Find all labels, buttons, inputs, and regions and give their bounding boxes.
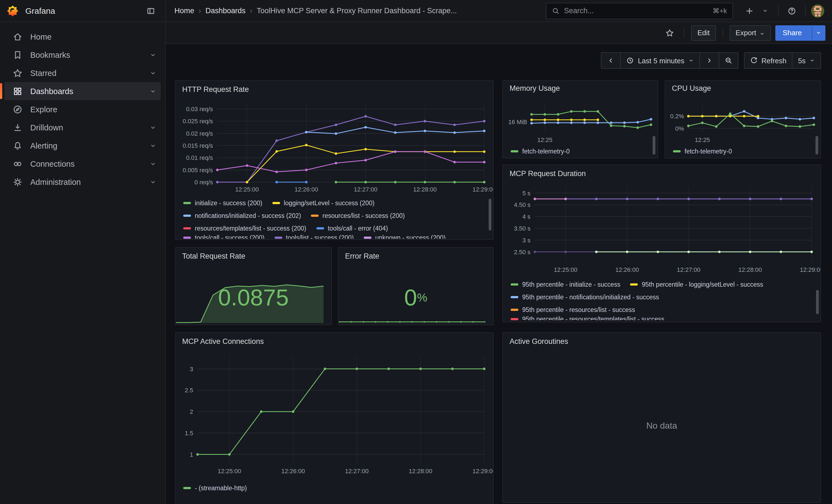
memory-usage-chart[interactable]: 16 MiB12:25 (503, 95, 657, 145)
legend-item[interactable]: tools/call - success (200) (183, 234, 264, 239)
dashboard-toolbar: Edit Export Share (166, 22, 832, 44)
legend-scrollbar[interactable] (815, 136, 818, 155)
legend-scrollbar[interactable] (653, 136, 655, 155)
legend-swatch (511, 283, 518, 285)
sidebar-item-drilldown[interactable]: Drilldown (4, 118, 161, 136)
legend-swatch (511, 150, 518, 152)
http-request-rate-chart[interactable]: 0 req/s0.005 req/s0.01 req/s0.015 req/s0… (176, 97, 493, 196)
legend-item[interactable]: tools/list - success (200) (274, 234, 354, 239)
refresh-interval-button[interactable]: 5s (792, 53, 821, 68)
time-back-button[interactable] (601, 53, 621, 68)
panel-title[interactable]: Memory Usage (503, 81, 657, 95)
mcp-request-duration-chart[interactable]: 2.50 s3 s3.50 s4 s4.50 s5 s12:25:0012:26… (503, 182, 821, 278)
panel-title[interactable]: Active Goroutines (503, 333, 821, 349)
chevron-down-icon[interactable] (150, 124, 156, 131)
svg-text:12:25: 12:25 (537, 136, 552, 143)
svg-text:12:26:00: 12:26:00 (616, 266, 639, 273)
divider (778, 6, 779, 16)
home-icon (12, 32, 23, 42)
gear-icon (12, 177, 23, 187)
panel-title[interactable]: MCP Request Duration (503, 165, 821, 182)
sidebar-item-starred[interactable]: Starred (4, 64, 161, 82)
sidebar-item-label: Explore (30, 105, 156, 114)
legend-item[interactable]: unknown - success (200) (364, 234, 446, 239)
legend-scrollbar[interactable] (489, 198, 491, 231)
chevron-down-icon[interactable] (150, 142, 156, 149)
breadcrumb-dashboards[interactable]: Dashboards (206, 7, 246, 15)
share-button[interactable]: Share (776, 25, 825, 41)
chevron-down-icon[interactable] (150, 160, 156, 167)
chevron-down-icon[interactable] (812, 26, 825, 40)
legend-item[interactable]: - (streamable-http) (183, 484, 247, 491)
svg-text:12:29:00: 12:29:00 (472, 468, 493, 475)
legend-label: fetch-telemetry-0 (522, 148, 570, 154)
legend-item[interactable]: 95th percentile - initialize - success (511, 281, 620, 288)
panel-title[interactable]: HTTP Request Rate (176, 81, 493, 97)
compass-icon (12, 104, 23, 114)
search-icon (552, 7, 560, 15)
legend-item[interactable]: 95th percentile - logging/setLevel - suc… (630, 281, 763, 288)
legend-swatch (673, 150, 681, 152)
legend-item[interactable]: notifications/initialized - success (202… (183, 212, 301, 219)
chevron-down-icon[interactable] (150, 51, 156, 58)
star-dashboard-icon[interactable] (662, 25, 678, 41)
svg-text:12:25: 12:25 (695, 136, 710, 143)
legend-item[interactable]: resources/list - success (200) (311, 212, 405, 219)
panel-title[interactable]: MCP Active Connections (176, 333, 493, 349)
bell-icon (12, 140, 23, 151)
chevron-down-icon (760, 30, 765, 35)
panel-title[interactable]: Error Rate (338, 247, 493, 264)
memory-legend: fetch-telemetry-0 (503, 145, 657, 158)
plus-icon[interactable] (742, 3, 757, 19)
legend-item[interactable]: 95th percentile - resources/templates/li… (511, 316, 664, 320)
export-button[interactable]: Export (729, 25, 771, 41)
legend-item[interactable]: fetch-telemetry-0 (673, 148, 732, 154)
time-forward-button[interactable] (700, 53, 719, 68)
legend-item[interactable]: initialize - success (200) (183, 200, 262, 206)
search-box[interactable]: ⌘+k (546, 2, 733, 19)
svg-text:12:27:00: 12:27:00 (677, 266, 701, 273)
legend-item[interactable]: fetch-telemetry-0 (511, 148, 570, 154)
legend-label: 95th percentile - resources/templates/li… (522, 316, 664, 320)
grafana-app: Grafana Home › Dashboards › ToolHive MCP… (0, 0, 832, 504)
cpu-usage-chart[interactable]: 0%0.2%12:25 (665, 95, 821, 145)
new-button[interactable] (742, 3, 773, 19)
divider (805, 6, 806, 16)
sidebar-item-connections[interactable]: Connections (4, 155, 161, 173)
legend-scrollbar[interactable] (816, 290, 819, 314)
legend-item[interactable]: 95th percentile - resources/list - succe… (511, 306, 635, 313)
chevron-down-icon[interactable] (150, 179, 156, 185)
panel-title[interactable]: CPU Usage (665, 81, 821, 95)
time-range-button[interactable]: Last 5 minutes (621, 53, 700, 68)
sidebar-item-explore[interactable]: Explore (4, 100, 161, 118)
search-input[interactable] (564, 7, 708, 15)
legend-item[interactable]: tools/call - error (404) (316, 225, 388, 231)
chevron-down-icon[interactable] (757, 3, 773, 19)
sidebar-item-alerting[interactable]: Alerting (4, 136, 161, 155)
panel-error-rate: Error Rate 0% (338, 247, 494, 325)
edit-button[interactable]: Edit (692, 25, 716, 41)
sidebar-item-home[interactable]: Home (4, 27, 161, 46)
mcp-active-connections-chart[interactable]: 11.522.5312:25:0012:26:0012:27:0012:28:0… (176, 349, 493, 481)
sidebar-item-dashboards[interactable]: Dashboards (4, 82, 161, 100)
chevron-down-icon[interactable] (150, 70, 156, 76)
breadcrumb-home[interactable]: Home (175, 7, 194, 15)
legend-label: 95th percentile - initialize - success (522, 281, 620, 288)
dock-menu-icon[interactable] (143, 3, 158, 19)
sidebar-item-administration[interactable]: Administration (4, 173, 161, 191)
sidebar-item-label: Bookmarks (30, 50, 150, 59)
chevron-down-icon[interactable] (150, 88, 156, 95)
stat-unit: % (417, 291, 427, 304)
refresh-button[interactable]: Refresh (744, 53, 792, 68)
svg-text:12:27:00: 12:27:00 (345, 468, 369, 475)
sidebar: HomeBookmarksStarredDashboardsExploreDri… (0, 22, 166, 504)
zoom-out-button[interactable] (719, 53, 738, 68)
help-icon[interactable] (784, 3, 800, 19)
legend-item[interactable]: resources/templates/list - success (200) (183, 225, 306, 231)
legend-item[interactable]: 95th percentile - notifications/initiali… (511, 294, 659, 300)
svg-text:0.02 req/s: 0.02 req/s (186, 130, 213, 137)
legend-item[interactable]: logging/setLevel - success (200) (272, 200, 374, 206)
sidebar-item-bookmarks[interactable]: Bookmarks (4, 46, 161, 64)
grafana-logo[interactable] (7, 5, 19, 17)
avatar[interactable] (811, 4, 824, 17)
